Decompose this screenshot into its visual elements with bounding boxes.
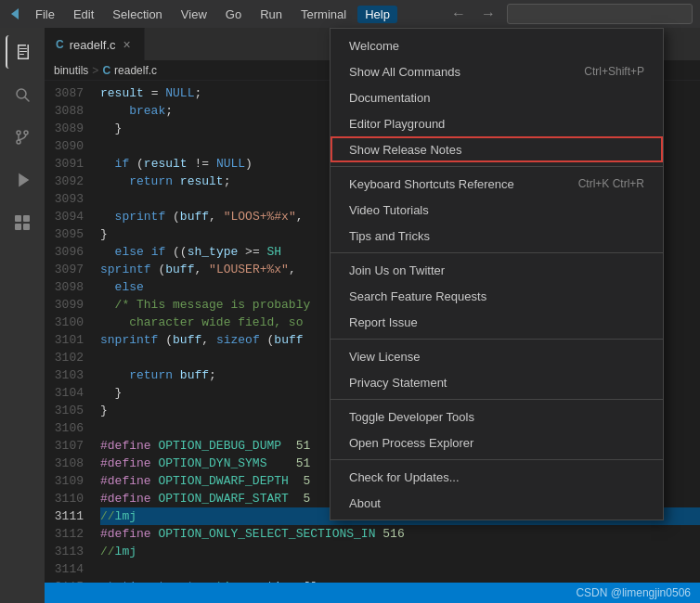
extensions-activity-icon[interactable] — [6, 206, 39, 239]
svg-rect-3 — [28, 45, 30, 59]
menu-divider-3 — [331, 339, 663, 340]
svg-point-11 — [24, 131, 28, 135]
menu-terminal[interactable]: Terminal — [293, 6, 354, 23]
breadcrumb-part-2[interactable]: readelf.c — [114, 64, 157, 77]
breadcrumb-c-icon: C — [102, 64, 110, 77]
svg-rect-1 — [18, 45, 19, 59]
svg-rect-16 — [15, 224, 21, 230]
nav-forward-button[interactable]: → — [477, 3, 499, 25]
svg-rect-17 — [23, 224, 30, 230]
help-menu-dropdown: Welcome Show All Commands Ctrl+Shift+P D… — [330, 28, 664, 520]
menu-divider-1 — [331, 166, 663, 167]
menu-item-check-updates[interactable]: Check for Updates... — [331, 464, 663, 490]
line-numbers: 3087 3088 3089 3090 3091 3092 3093 3094 … — [45, 81, 91, 583]
title-bar-right: ← → — [447, 3, 693, 25]
svg-point-10 — [17, 140, 20, 144]
search-input[interactable] — [507, 4, 693, 24]
debug-activity-icon[interactable] — [6, 163, 39, 197]
nav-back-button[interactable]: ← — [447, 3, 470, 25]
code-line-3112: #define OPTION_ONLY_SELECT_SECTIONS_IN 5… — [100, 525, 700, 543]
menu-divider-2 — [331, 252, 663, 253]
menu-bar: File Edit Selection View Go Run Terminal… — [28, 6, 442, 23]
search-activity-icon[interactable] — [6, 78, 39, 111]
breadcrumb-part-0[interactable]: binutils — [54, 64, 88, 77]
menu-file[interactable]: File — [28, 6, 62, 23]
menu-item-search-feature-requests[interactable]: Search Feature Requests — [331, 283, 663, 309]
svg-rect-15 — [23, 215, 30, 222]
menu-item-keyboard-shortcuts[interactable]: Keyboard Shortcuts Reference Ctrl+K Ctrl… — [331, 171, 663, 197]
menu-help[interactable]: Help — [357, 6, 397, 23]
tab-close-button[interactable]: × — [122, 36, 133, 53]
code-line-3114 — [100, 560, 700, 578]
menu-item-join-twitter[interactable]: Join Us on Twitter — [331, 257, 663, 283]
status-bar: CSDN @limengjin0506 — [45, 583, 700, 603]
menu-item-tips-tricks[interactable]: Tips and Tricks — [331, 223, 663, 249]
activity-bar — [0, 28, 45, 603]
menu-selection[interactable]: Selection — [105, 6, 169, 23]
files-activity-icon[interactable] — [6, 35, 39, 69]
svg-marker-13 — [19, 174, 28, 186]
menu-view[interactable]: View — [174, 6, 214, 23]
tab-c-icon: C — [56, 38, 64, 51]
svg-rect-4 — [19, 48, 27, 49]
breadcrumb-sep-0: > — [92, 64, 98, 77]
menu-item-video-tutorials[interactable]: Video Tutorials — [331, 197, 663, 223]
menu-run[interactable]: Run — [253, 6, 290, 23]
menu-divider-5 — [331, 459, 663, 460]
svg-line-8 — [25, 97, 29, 101]
code-line-3113: //lmj — [100, 543, 700, 560]
menu-item-open-process-explorer[interactable]: Open Process Explorer — [331, 430, 663, 455]
menu-item-show-all-commands[interactable]: Show All Commands Ctrl+Shift+P — [331, 58, 663, 84]
source-control-activity-icon[interactable] — [6, 121, 39, 154]
menu-item-show-release-notes[interactable]: Show Release Notes — [331, 136, 663, 162]
menu-item-view-license[interactable]: View License — [331, 343, 663, 369]
tab-label: readelf.c — [70, 38, 116, 52]
watermark-text: CSDN @limengjin0506 — [576, 586, 691, 599]
svg-rect-5 — [19, 51, 27, 52]
title-bar: File Edit Selection View Go Run Terminal… — [0, 0, 700, 28]
svg-rect-14 — [15, 215, 21, 222]
svg-rect-2 — [18, 58, 29, 60]
menu-item-welcome[interactable]: Welcome — [331, 32, 663, 58]
svg-rect-6 — [19, 54, 24, 55]
menu-item-toggle-dev-tools[interactable]: Toggle Developer Tools — [331, 404, 663, 430]
app-icon — [7, 6, 22, 21]
menu-edit[interactable]: Edit — [66, 6, 101, 23]
menu-item-editor-playground[interactable]: Editor Playground — [331, 110, 663, 136]
menu-item-privacy-statement[interactable]: Privacy Statement — [331, 369, 663, 395]
tab-readelf[interactable]: C readelf.c × — [45, 28, 145, 60]
menu-go[interactable]: Go — [218, 6, 249, 23]
menu-divider-4 — [331, 399, 663, 400]
svg-point-9 — [17, 131, 20, 135]
menu-item-documentation[interactable]: Documentation — [331, 84, 663, 110]
menu-item-report-issue[interactable]: Report Issue — [331, 309, 663, 335]
menu-item-about[interactable]: About — [331, 490, 663, 516]
